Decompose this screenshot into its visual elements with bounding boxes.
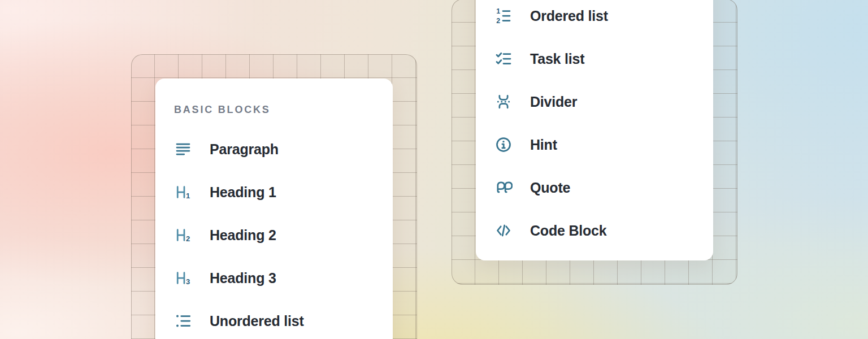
- menu-item-label: Ordered list: [530, 9, 608, 23]
- menu-item-code-block[interactable]: Code Block: [476, 209, 713, 252]
- menu-item-heading-2[interactable]: 2 Heading 2: [155, 214, 393, 257]
- menu-item-paragraph[interactable]: Paragraph: [155, 128, 393, 171]
- svg-text:1: 1: [186, 192, 190, 200]
- menu-item-label: Heading 1: [210, 185, 276, 199]
- unordered-list-icon: [173, 311, 193, 331]
- menu-item-label: Code Block: [530, 224, 607, 238]
- divider-icon: [494, 92, 513, 111]
- grid-panel-left: BASIC BLOCKS Paragraph 1 Heading 1: [131, 54, 417, 339]
- heading-1-icon: 1: [173, 182, 193, 202]
- task-list-icon: [494, 49, 513, 68]
- menu-item-label: Heading 3: [210, 271, 276, 285]
- menu-item-label: Unordered list: [210, 314, 304, 328]
- svg-text:1: 1: [496, 7, 500, 15]
- menu-item-label: Paragraph: [210, 142, 279, 157]
- ordered-list-icon: 1 2: [494, 6, 513, 25]
- quote-icon: [494, 178, 513, 197]
- menu-item-hint[interactable]: Hint: [476, 123, 713, 166]
- hint-icon: [494, 135, 513, 154]
- menu-item-unordered-list[interactable]: Unordered list: [155, 299, 393, 339]
- menu-item-label: Hint: [530, 138, 557, 152]
- basic-blocks-menu: BASIC BLOCKS Paragraph 1 Heading 1: [155, 79, 393, 339]
- menu-item-heading-3[interactable]: 3 Heading 3: [155, 257, 393, 299]
- menu-item-label: Divider: [530, 95, 577, 109]
- menu-item-ordered-list[interactable]: 1 2 Ordered list: [476, 0, 713, 37]
- menu-item-label: Quote: [530, 181, 570, 195]
- block-picker-illustration: BASIC BLOCKS Paragraph 1 Heading 1: [0, 0, 868, 339]
- menu-item-quote[interactable]: Quote: [476, 166, 713, 209]
- menu-item-divider[interactable]: Divider: [476, 80, 713, 123]
- advanced-blocks-menu: 1 2 Ordered list Task list: [476, 0, 713, 260]
- svg-text:3: 3: [186, 277, 190, 286]
- heading-2-icon: 2: [173, 225, 193, 245]
- menu-item-heading-1[interactable]: 1 Heading 1: [155, 171, 393, 214]
- code-block-icon: [494, 221, 513, 240]
- menu-item-task-list[interactable]: Task list: [476, 37, 713, 80]
- menu-section-label: BASIC BLOCKS: [174, 104, 393, 115]
- menu-item-label: Task list: [530, 52, 584, 66]
- heading-3-icon: 3: [173, 268, 193, 288]
- svg-text:2: 2: [186, 234, 190, 243]
- menu-item-label: Heading 2: [210, 228, 276, 242]
- grid-panel-right: 1 2 Ordered list Task list: [452, 0, 737, 285]
- svg-text:2: 2: [496, 17, 500, 24]
- paragraph-icon: [173, 140, 193, 159]
